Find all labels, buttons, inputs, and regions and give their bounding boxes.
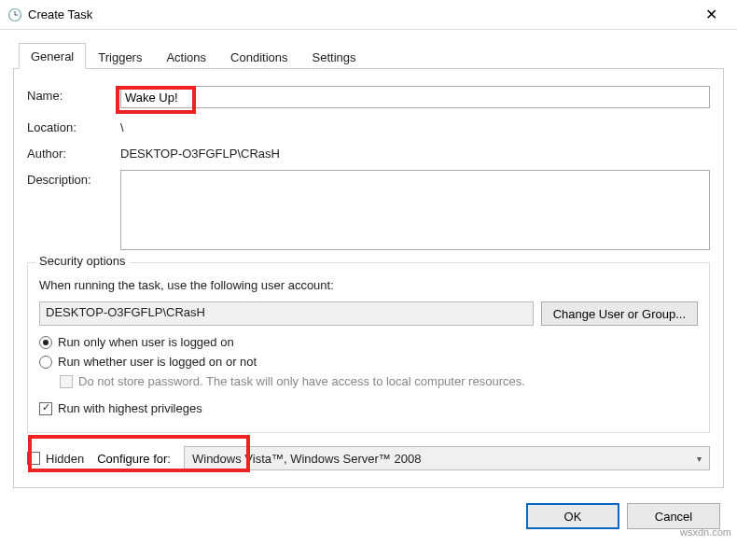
location-value: \ xyxy=(120,118,710,134)
tab-conditions[interactable]: Conditions xyxy=(218,44,299,69)
location-label: Location: xyxy=(27,118,120,134)
security-options-title: Security options xyxy=(35,254,130,268)
cancel-button[interactable]: Cancel xyxy=(627,503,720,529)
tab-actions[interactable]: Actions xyxy=(154,44,218,69)
run-as-user: DESKTOP-O3FGFLP\CRasH xyxy=(39,301,534,326)
security-intro: When running the task, use the following… xyxy=(39,278,698,292)
tab-bar: General Triggers Actions Conditions Sett… xyxy=(13,43,724,69)
configure-for-value: Windows Vista™, Windows Server™ 2008 xyxy=(192,452,421,466)
author-label: Author: xyxy=(27,144,120,161)
highest-privileges-checkbox[interactable] xyxy=(39,402,52,415)
tab-panel-general: Name: Location: \ Author: DESKTOP-O3FGFL… xyxy=(13,69,724,488)
tab-settings[interactable]: Settings xyxy=(300,44,368,69)
no-store-password-label: Do not store password. The task will onl… xyxy=(78,374,525,388)
no-store-password-checkbox xyxy=(60,375,73,388)
configure-for-select[interactable]: Windows Vista™, Windows Server™ 2008 ▾ xyxy=(184,446,710,470)
titlebar: Create Task ✕ xyxy=(0,0,737,30)
chevron-down-icon: ▾ xyxy=(697,454,702,464)
change-user-button[interactable]: Change User or Group... xyxy=(541,301,698,326)
ok-button[interactable]: OK xyxy=(526,503,619,529)
window-title: Create Task xyxy=(28,7,692,21)
clock-icon xyxy=(7,7,22,22)
name-input[interactable] xyxy=(120,86,710,108)
hidden-checkbox[interactable] xyxy=(27,452,40,465)
highest-privileges-label: Run with highest privileges xyxy=(58,401,202,415)
description-input[interactable] xyxy=(120,170,710,250)
configure-for-label: Configure for: xyxy=(97,452,171,466)
radio-logged-on[interactable] xyxy=(39,336,52,349)
name-label: Name: xyxy=(27,86,120,103)
radio-logged-off-label: Run whether user is logged on or not xyxy=(58,355,257,369)
watermark: wsxdn.com xyxy=(680,526,731,538)
radio-logged-on-label: Run only when user is logged on xyxy=(58,335,234,349)
tab-triggers[interactable]: Triggers xyxy=(86,44,154,69)
description-label: Description: xyxy=(27,170,120,187)
security-options-group: Security options When running the task, … xyxy=(27,262,710,433)
dialog-footer: OK Cancel xyxy=(0,488,737,544)
hidden-label: Hidden xyxy=(46,452,84,466)
author-value: DESKTOP-O3FGFLP\CRasH xyxy=(120,144,710,161)
close-button[interactable]: ✕ xyxy=(692,6,730,23)
tab-general[interactable]: General xyxy=(19,43,86,69)
radio-logged-off[interactable] xyxy=(39,356,52,369)
